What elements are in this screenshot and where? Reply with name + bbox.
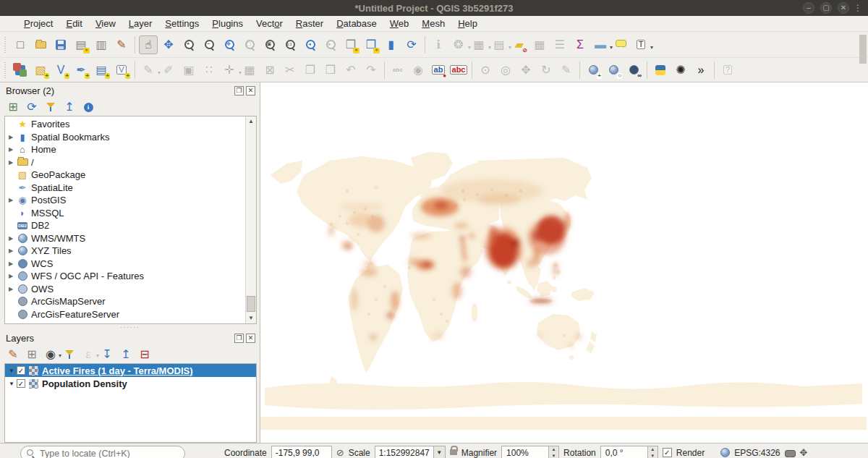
toolbar-grip[interactable]	[3, 37, 9, 53]
messages-icon[interactable]	[785, 450, 796, 457]
extents-toggle-icon[interactable]: ⊘	[336, 446, 344, 458]
layer-expander-icon[interactable]: ▼	[7, 381, 17, 387]
titlebar-menu-icon[interactable]: ⋮	[854, 2, 862, 14]
panel-splitter[interactable]: ∙∙∙∙∙∙	[0, 324, 260, 330]
render-checkbox[interactable]: ✓	[663, 448, 672, 457]
refresh-map-button[interactable]: ⟳	[402, 35, 421, 54]
magnifier-spin-buttons[interactable]: ▲▼	[548, 446, 558, 458]
scale-dropdown-icon[interactable]: ▼	[433, 446, 445, 458]
browser-properties-button[interactable]: i	[80, 99, 96, 115]
save-project-button[interactable]	[51, 35, 70, 54]
expander-icon[interactable]: ▶	[5, 235, 17, 242]
menu-help[interactable]: Help	[451, 17, 484, 30]
scale-combo[interactable]: 1:152992847 ▼	[375, 446, 446, 458]
layer-visibility-checkbox[interactable]: ✓	[17, 366, 25, 375]
browser-close-button[interactable]: ✕	[246, 86, 255, 96]
new-map-view-button[interactable]: ❐✶	[341, 35, 360, 54]
browser-item-ows[interactable]: ▶OWS	[5, 283, 245, 296]
metasearch-button[interactable]: ∞	[624, 61, 643, 80]
browser-item-[interactable]: ▶/	[5, 156, 245, 169]
tasks-icon[interactable]: ✥	[800, 446, 808, 458]
browser-item-arcgismapserver[interactable]: ArcGisMapServer	[5, 295, 245, 308]
locator-search[interactable]	[20, 446, 185, 458]
scroll-up-icon[interactable]: ▲	[246, 116, 256, 127]
browser-item-mssql[interactable]: ◗MSSQL	[5, 207, 245, 220]
browser-item-spatial-bookmarks[interactable]: ▶▮Spatial Bookmarks	[5, 131, 245, 144]
collapse-all-layers-button[interactable]: ↥	[118, 347, 134, 362]
filter-browser-button[interactable]	[43, 99, 59, 115]
new-geopackage-layer-button[interactable]: ▧+	[31, 61, 50, 80]
deselect-features-all-layers-button[interactable]: ▰⊘	[510, 35, 529, 54]
expander-icon[interactable]: ▶	[5, 197, 17, 203]
zoom-native-resolution-button[interactable]: 1:1	[281, 35, 299, 54]
edge-scrollbar[interactable]	[859, 35, 867, 64]
expander-icon[interactable]: ▶	[5, 247, 17, 254]
layer-row-population-density[interactable]: ▼✓Population Density	[5, 377, 256, 390]
browser-item-wfs-ogc-api-features[interactable]: ▶WFS / OGC API - Features	[5, 270, 245, 283]
crs-value[interactable]: EPSG:4326	[734, 446, 780, 458]
python-console-button[interactable]	[651, 61, 670, 80]
menu-plugins[interactable]: Plugins	[205, 17, 250, 30]
menu-layer[interactable]: Layer	[122, 17, 159, 30]
text-annotation-dropdown-icon[interactable]: ▾	[650, 44, 653, 51]
new-spatialite-layer-button[interactable]: ✒+	[72, 61, 90, 80]
filter-legend-button[interactable]	[61, 347, 77, 362]
expander-icon[interactable]: ▶	[5, 146, 17, 153]
locator-input[interactable]	[40, 449, 179, 458]
remove-layer-button[interactable]: ⊟	[137, 347, 153, 362]
browser-item-arcgisfeatureserver[interactable]: ArcGisFeatureServer	[5, 308, 245, 321]
expand-all-layers-button[interactable]: ↧	[99, 347, 115, 362]
show-spatial-bookmarks-button[interactable]: ▮	[382, 35, 401, 54]
rotation-spinner[interactable]: 0,0 ° ▲▼	[600, 446, 658, 458]
zoom-last-button[interactable]: ◂	[301, 35, 320, 54]
style-manager-button[interactable]: ✎	[112, 35, 131, 54]
coordinate-field[interactable]: -175,9 99,0	[271, 446, 332, 458]
zoom-to-layer-button[interactable]: ▣	[260, 35, 279, 54]
browser-item-xyz-tiles[interactable]: ▶XYZ Tiles	[5, 245, 245, 258]
menu-vector[interactable]: Vector	[250, 17, 289, 30]
open-project-button[interactable]	[31, 35, 50, 54]
browser-item-db2[interactable]: DB2DB2	[5, 219, 245, 232]
menu-raster[interactable]: Raster	[289, 17, 330, 30]
layer-expander-icon[interactable]: ▼	[7, 368, 17, 374]
layer-labeling-button[interactable]: ab●	[429, 61, 448, 80]
new-print-layout-button[interactable]: ▤✶	[72, 35, 90, 54]
open-layer-styling-button[interactable]: ✎	[5, 347, 21, 362]
browser-scrollbar[interactable]: ▲ ▼	[245, 116, 256, 323]
magnifier-spinner[interactable]: 100% ▲▼	[501, 446, 559, 458]
zoom-in-button[interactable]: +	[179, 35, 198, 54]
toolbar-overflow-button[interactable]: »	[692, 61, 710, 80]
expander-icon[interactable]: ▶	[5, 260, 17, 267]
map-tips-button[interactable]	[611, 35, 630, 54]
maximize-button[interactable]: ▢	[820, 2, 832, 14]
expander-icon[interactable]: ▶	[5, 273, 17, 279]
browser-item-postgis[interactable]: ▶◉PostGIS	[5, 194, 245, 207]
collapse-all-browser-button[interactable]: ↥	[61, 99, 77, 115]
add-selected-layers-button[interactable]: ⊞	[5, 99, 21, 115]
menu-edit[interactable]: Edit	[59, 17, 88, 30]
browser-item-home[interactable]: ▶⌂Home	[5, 143, 245, 156]
layer-visibility-checkbox[interactable]: ✓	[17, 379, 25, 388]
scale-lock-icon[interactable]	[450, 449, 457, 455]
menu-settings[interactable]: Settings	[158, 17, 205, 30]
browser-item-geopackage[interactable]: ▧GeoPackage	[5, 169, 245, 182]
menu-web[interactable]: Web	[383, 17, 416, 30]
zoom-out-button[interactable]: −	[200, 35, 218, 54]
measure-line-button[interactable]: ▬▾	[591, 35, 610, 54]
browser-item-wms-wmts[interactable]: ▶WMS/WMTS	[5, 232, 245, 245]
debugging-tools-button[interactable]: ✺	[671, 61, 690, 80]
layers-float-button[interactable]: ❐	[234, 334, 244, 343]
map-canvas[interactable]	[260, 82, 868, 443]
scroll-down-icon[interactable]: ▼	[246, 313, 256, 323]
refresh-browser-button[interactable]: ⟳	[24, 99, 40, 115]
expander-icon[interactable]: ▶	[5, 134, 17, 140]
new-virtual-layer-button[interactable]: ▤+	[92, 61, 111, 80]
layer-row-active-fires-1-day-terra-modis[interactable]: ▼✓Active Fires (1 day - Terra/MODIS)	[5, 364, 256, 377]
browser-item-wcs[interactable]: ▶WCS	[5, 258, 245, 271]
pan-map-to-selection-button[interactable]: ✥	[159, 35, 178, 54]
text-annotation-button[interactable]: T▾	[631, 35, 650, 54]
new-temporary-scratch-layer-button[interactable]: V+	[112, 61, 131, 80]
layers-close-button[interactable]: ✕	[246, 334, 255, 343]
new-project-button[interactable]: □	[11, 35, 30, 54]
browser-item-geonode[interactable]: ✳GeoNode	[5, 321, 245, 323]
